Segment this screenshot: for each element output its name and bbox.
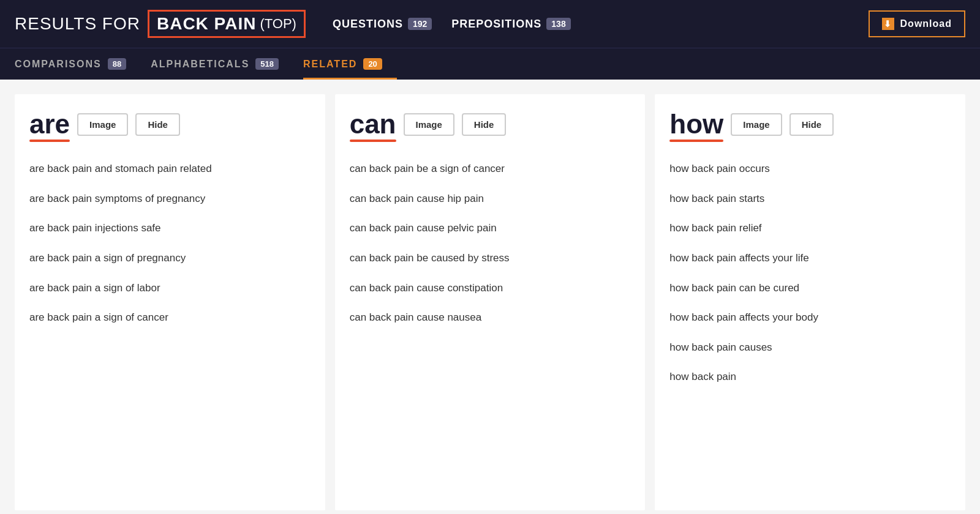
- column-how: how Image Hide how back pain occurs how …: [655, 94, 965, 510]
- list-item[interactable]: can back pain be a sign of cancer: [350, 154, 631, 184]
- result-list-how: how back pain occurs how back pain start…: [669, 154, 951, 392]
- list-item[interactable]: how back pain affects your life: [669, 244, 951, 274]
- column-keyword-are: are: [29, 109, 70, 140]
- nav-badge-prepositions: 138: [546, 18, 570, 30]
- list-item[interactable]: are back pain injections safe: [29, 214, 311, 244]
- column-header-can: can Image Hide: [350, 109, 631, 140]
- subnav-badge-related: 20: [363, 58, 382, 70]
- column-header-how: how Image Hide: [669, 109, 951, 140]
- list-item[interactable]: can back pain cause pelvic pain: [350, 214, 631, 244]
- list-item[interactable]: are back pain symptoms of pregnancy: [29, 184, 311, 214]
- list-item[interactable]: can back pain cause constipation: [350, 274, 631, 304]
- column-are: are Image Hide are back pain and stomach…: [15, 94, 325, 510]
- keyword-main: BACK PAIN: [157, 14, 256, 34]
- list-item[interactable]: how back pain relief: [669, 214, 951, 244]
- nav-label-questions: QUESTIONS: [333, 18, 403, 31]
- column-header-are: are Image Hide: [29, 109, 311, 140]
- list-item[interactable]: how back pain occurs: [669, 154, 951, 184]
- subnav-badge-comparisons: 88: [108, 58, 126, 70]
- subnav: COMPARISONS 88 ALPHABETICALS 518 RELATED…: [0, 48, 980, 80]
- subnav-label-comparisons: COMPARISONS: [15, 59, 102, 70]
- subnav-item-alphabeticals[interactable]: ALPHABETICALS 518: [151, 48, 293, 80]
- main-content: are Image Hide are back pain and stomach…: [0, 80, 980, 514]
- list-item[interactable]: how back pain affects your body: [669, 303, 951, 333]
- header: RESULTS FOR BACK PAIN (TOP) QUESTIONS 19…: [0, 0, 980, 48]
- image-button-can[interactable]: Image: [404, 113, 454, 136]
- download-icon: ⬇: [882, 18, 894, 30]
- nav-items: QUESTIONS 192 PREPOSITIONS 138: [333, 18, 571, 31]
- nav-badge-questions: 192: [408, 18, 432, 30]
- column-keyword-can: can: [350, 109, 396, 140]
- result-list-can: can back pain be a sign of cancer can ba…: [350, 154, 631, 333]
- subnav-item-comparisons[interactable]: COMPARISONS 88: [15, 48, 141, 80]
- subnav-label-alphabeticals: ALPHABETICALS: [151, 59, 249, 70]
- image-button-are[interactable]: Image: [77, 113, 128, 136]
- list-item[interactable]: are back pain and stomach pain related: [29, 154, 311, 184]
- keyword-sub: (TOP): [260, 16, 296, 32]
- header-left: RESULTS FOR BACK PAIN (TOP) QUESTIONS 19…: [15, 10, 571, 38]
- list-item[interactable]: can back pain be caused by stress: [350, 244, 631, 274]
- list-item[interactable]: are back pain a sign of labor: [29, 274, 311, 304]
- hide-button-are[interactable]: Hide: [135, 113, 180, 136]
- list-item[interactable]: how back pain: [669, 362, 951, 392]
- nav-label-prepositions: PREPOSITIONS: [451, 18, 541, 31]
- subnav-item-related[interactable]: RELATED 20: [303, 48, 397, 80]
- list-item[interactable]: can back pain cause hip pain: [350, 184, 631, 214]
- nav-item-prepositions[interactable]: PREPOSITIONS 138: [451, 18, 570, 31]
- subnav-label-related: RELATED: [303, 59, 357, 70]
- column-can: can Image Hide can back pain be a sign o…: [335, 94, 646, 510]
- download-button[interactable]: ⬇ Download: [869, 10, 965, 37]
- list-item[interactable]: how back pain causes: [669, 333, 951, 363]
- column-keyword-how: how: [669, 109, 723, 140]
- image-button-how[interactable]: Image: [731, 113, 782, 136]
- hide-button-how[interactable]: Hide: [790, 113, 834, 136]
- subnav-badge-alphabeticals: 518: [255, 58, 279, 70]
- list-item[interactable]: how back pain can be cured: [669, 274, 951, 304]
- result-list-are: are back pain and stomach pain related a…: [29, 154, 311, 333]
- list-item[interactable]: are back pain a sign of cancer: [29, 303, 311, 333]
- list-item[interactable]: can back pain cause nausea: [350, 303, 631, 333]
- list-item[interactable]: how back pain starts: [669, 184, 951, 214]
- keyword-box: BACK PAIN (TOP): [148, 10, 306, 38]
- nav-item-questions[interactable]: QUESTIONS 192: [333, 18, 432, 31]
- download-label: Download: [900, 18, 952, 29]
- hide-button-can[interactable]: Hide: [462, 113, 507, 136]
- results-for-label: RESULTS FOR: [15, 14, 140, 34]
- list-item[interactable]: are back pain a sign of pregnancy: [29, 244, 311, 274]
